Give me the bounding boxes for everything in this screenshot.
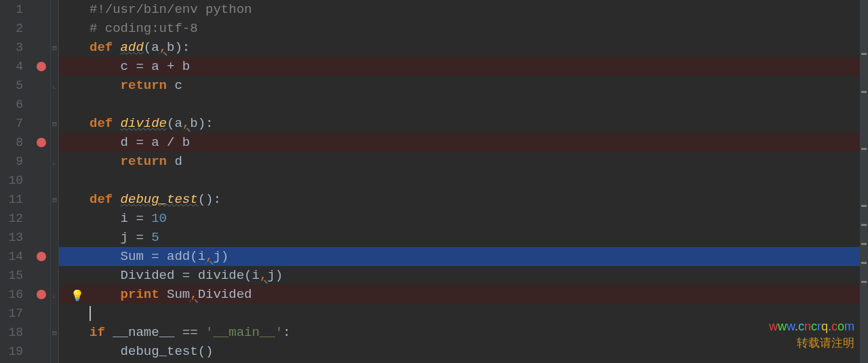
token-op: c	[167, 78, 182, 93]
code-line[interactable]: def add(a,b):	[90, 38, 868, 57]
token-comma-warn: ,	[190, 287, 197, 302]
gutter-row[interactable]: 3	[0, 38, 50, 57]
line-number: 11	[5, 193, 23, 206]
code-line[interactable]: def divide(a,b):	[90, 114, 868, 133]
code-line[interactable]: d = a / b	[59, 133, 868, 152]
fold-row[interactable]	[51, 133, 58, 152]
gutter-row[interactable]: 7	[0, 114, 50, 133]
line-number: 9	[5, 155, 23, 168]
gutter-row[interactable]: 4	[0, 57, 50, 76]
fold-row[interactable]	[51, 209, 58, 228]
breakpoint-icon[interactable]	[37, 290, 46, 299]
code-line[interactable]: #!/usr/bin/env python	[90, 0, 868, 19]
line-number: 19	[5, 345, 23, 358]
breakpoint-icon[interactable]	[37, 62, 46, 71]
code-line[interactable]: return c	[90, 76, 868, 95]
line-number: 17	[5, 307, 23, 320]
gutter-row[interactable]: 6	[0, 95, 50, 114]
fold-row[interactable]	[51, 19, 58, 38]
token-op: b):	[167, 40, 190, 55]
gutter-row[interactable]: 1	[0, 0, 50, 19]
gutter-row[interactable]: 10	[0, 171, 50, 190]
gutter-row[interactable]: 17	[0, 304, 50, 323]
code-line[interactable]: def debug_test():	[90, 190, 868, 209]
minimap-mark	[861, 91, 867, 93]
token-op: debug_test()	[90, 344, 213, 359]
gutter-row[interactable]: 2	[0, 19, 50, 38]
token-op	[90, 78, 121, 93]
gutter[interactable]: 12345678910111213141516171819	[0, 0, 51, 363]
code-line[interactable]: debug_test()	[90, 342, 868, 361]
line-number: 2	[5, 22, 23, 35]
fold-row[interactable]	[51, 228, 58, 247]
code-line[interactable]: j = 5	[90, 228, 868, 247]
code-line[interactable]: Sum = add(i,j)	[59, 247, 868, 266]
line-number: 5	[5, 79, 23, 92]
breakpoint-icon[interactable]	[37, 138, 46, 147]
token-num: 10	[151, 211, 167, 226]
gutter-row[interactable]: 19	[0, 342, 50, 361]
token-kw: return	[121, 154, 167, 169]
fold-icon[interactable]: ⊟	[52, 328, 57, 337]
code-line[interactable]: print Sum,Divided	[59, 285, 868, 304]
fold-row[interactable]: ⊟	[51, 190, 58, 209]
caret	[90, 306, 91, 321]
gutter-row[interactable]: 15	[0, 266, 50, 285]
code-editor[interactable]: 12345678910111213141516171819 ⊟⌞⊟⌞⊟⌞⊟ #!…	[0, 0, 868, 363]
fold-row[interactable]: ⊟	[51, 323, 58, 342]
gutter-row[interactable]: 8	[0, 133, 50, 152]
code-line[interactable]: Divided = divide(i,j)	[90, 266, 868, 285]
fold-row[interactable]	[51, 342, 58, 361]
fold-row[interactable]	[51, 95, 58, 114]
gutter-row[interactable]: 11	[0, 190, 50, 209]
token-op: d	[167, 154, 182, 169]
fold-icon[interactable]: ⌞	[52, 290, 57, 299]
fold-row[interactable]: ⌞	[51, 152, 58, 171]
gutter-row[interactable]: 13	[0, 228, 50, 247]
line-number: 14	[5, 250, 23, 263]
line-number: 18	[5, 326, 23, 339]
code-line[interactable]	[90, 304, 868, 323]
fold-row[interactable]	[51, 171, 58, 190]
token-fn: divide	[121, 116, 167, 131]
code-line[interactable]: i = 10	[90, 209, 868, 228]
code-line[interactable]	[90, 171, 868, 190]
code-line[interactable]: # coding:utf-8	[90, 19, 868, 38]
fold-row[interactable]	[51, 247, 58, 266]
token-kw: def	[90, 40, 121, 55]
fold-icon[interactable]: ⊟	[52, 119, 57, 128]
token-op: :	[283, 325, 290, 340]
gutter-row[interactable]: 18	[0, 323, 50, 342]
gutter-row[interactable]: 9	[0, 152, 50, 171]
fold-row[interactable]	[51, 0, 58, 19]
code-line[interactable]	[90, 95, 868, 114]
vertical-scrollbar[interactable]	[860, 0, 868, 363]
minimap-mark	[861, 262, 867, 264]
gutter-row[interactable]: 12	[0, 209, 50, 228]
fold-icon[interactable]: ⌞	[52, 81, 57, 90]
fold-row[interactable]: ⊟	[51, 38, 58, 57]
fold-icon[interactable]: ⌞	[52, 157, 57, 166]
gutter-row[interactable]: 16	[0, 285, 50, 304]
line-number: 6	[5, 98, 23, 111]
fold-column[interactable]: ⊟⌞⊟⌞⊟⌞⊟	[51, 0, 59, 363]
code-line[interactable]: if __name__ == '__main__':	[90, 323, 868, 342]
gutter-row[interactable]: 5	[0, 76, 50, 95]
fold-row[interactable]: ⌞	[51, 285, 58, 304]
fold-row[interactable]	[51, 266, 58, 285]
code-area[interactable]: #!/usr/bin/env python# coding:utf-8def a…	[59, 0, 868, 363]
fold-row[interactable]	[51, 304, 58, 323]
fold-icon[interactable]: ⊟	[52, 195, 57, 204]
fold-row[interactable]: ⌞	[51, 76, 58, 95]
code-line[interactable]: return d	[90, 152, 868, 171]
lightbulb-icon[interactable]: 💡	[71, 289, 84, 303]
fold-row[interactable]: ⊟	[51, 114, 58, 133]
token-kw: def	[90, 192, 121, 207]
line-number: 15	[5, 269, 23, 282]
gutter-row[interactable]: 14	[0, 247, 50, 266]
fold-row[interactable]	[51, 57, 58, 76]
breakpoint-icon[interactable]	[37, 252, 46, 261]
minimap-mark	[861, 224, 867, 226]
code-line[interactable]: c = a + b	[59, 57, 868, 76]
fold-icon[interactable]: ⊟	[52, 43, 57, 52]
